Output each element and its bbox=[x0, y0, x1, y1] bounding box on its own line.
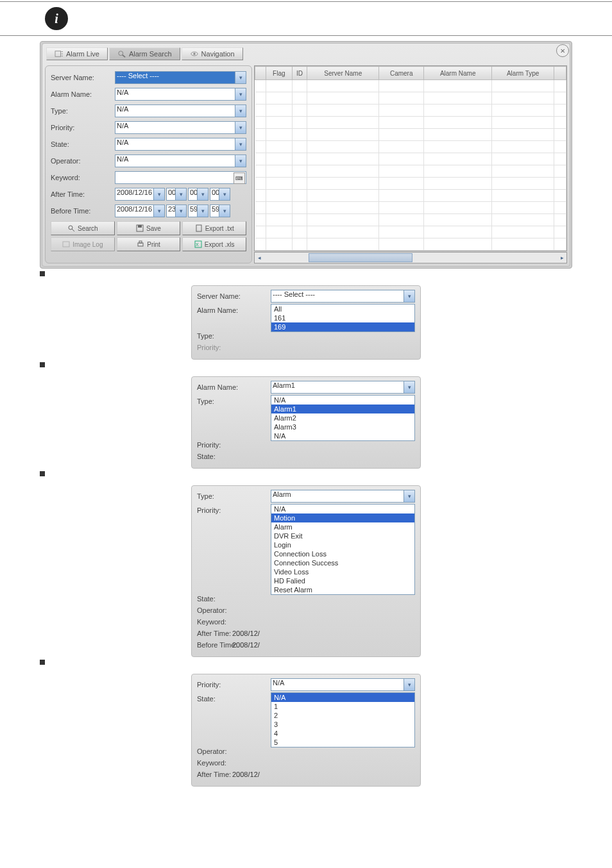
option[interactable]: Connection Loss bbox=[271, 549, 414, 558]
label-before-time: Before Time: bbox=[51, 207, 115, 215]
chevron-down-icon: ▾ bbox=[235, 88, 246, 100]
col-id[interactable]: ID bbox=[292, 67, 307, 80]
export-xls-button[interactable]: XExport .xls bbox=[182, 237, 246, 251]
option[interactable]: 1 bbox=[271, 702, 414, 711]
option[interactable]: Connection Success bbox=[271, 558, 414, 567]
table-row bbox=[255, 214, 566, 226]
option[interactable]: 5 bbox=[271, 738, 414, 747]
option[interactable]: Alarm1 bbox=[271, 405, 414, 413]
col-server-name[interactable]: Server Name bbox=[307, 67, 379, 80]
option-all[interactable]: All bbox=[271, 305, 414, 313]
svg-line-9 bbox=[72, 229, 74, 231]
col-camera[interactable]: Camera bbox=[379, 67, 424, 80]
option[interactable]: Reset Alarm bbox=[271, 585, 414, 594]
label-state: State: bbox=[51, 140, 115, 148]
operator-select[interactable]: N/A▾ bbox=[115, 154, 246, 167]
col-alarm-type[interactable]: Alarm Type bbox=[492, 67, 554, 80]
server-name-select[interactable]: ---- Select ----▾ bbox=[271, 290, 415, 303]
alarm-name-dropdown[interactable]: N/A Alarm1 Alarm2 Alarm3 N/A bbox=[271, 395, 415, 441]
chevron-down-icon: ▾ bbox=[235, 138, 246, 150]
option[interactable]: DVR Exit bbox=[271, 531, 414, 540]
priority-select[interactable]: N/A▾ bbox=[115, 121, 246, 134]
tab-label: Navigation bbox=[201, 50, 235, 58]
server-name-select[interactable]: ---- Select ----▾ bbox=[115, 71, 246, 84]
table-row bbox=[255, 129, 566, 141]
svg-line-5 bbox=[123, 55, 125, 57]
after-sec-select[interactable]: 00▾ bbox=[210, 188, 230, 201]
svg-rect-13 bbox=[63, 242, 69, 247]
type-select[interactable]: N/A▾ bbox=[115, 104, 246, 117]
option[interactable]: 2 bbox=[271, 711, 414, 720]
svg-rect-12 bbox=[196, 225, 201, 231]
option[interactable]: N/A bbox=[271, 505, 414, 513]
col-alarm-name[interactable]: Alarm Name bbox=[424, 67, 492, 80]
chevron-down-icon: ▾ bbox=[235, 122, 246, 133]
after-date-select[interactable]: 2008/12/16▾ bbox=[115, 188, 165, 201]
option[interactable]: 3 bbox=[271, 720, 414, 729]
before-min-select[interactable]: 59▾ bbox=[188, 204, 208, 217]
col-flag[interactable]: Flag bbox=[266, 67, 293, 80]
svg-rect-15 bbox=[139, 241, 142, 243]
type-select[interactable]: Alarm▾ bbox=[271, 490, 415, 503]
save-button[interactable]: Save bbox=[117, 221, 181, 235]
label-server-name: Server Name: bbox=[51, 74, 115, 81]
option-161[interactable]: 161 bbox=[271, 313, 414, 322]
before-date-select[interactable]: 2008/12/16▾ bbox=[115, 204, 165, 217]
option[interactable]: N/A bbox=[271, 431, 414, 440]
example-alarm-name: Alarm Name: Alarm1▾ Type: N/A Alarm1 Ala… bbox=[191, 376, 421, 469]
keyword-input[interactable]: ⌨ bbox=[115, 171, 246, 184]
print-button[interactable]: Print bbox=[117, 237, 181, 251]
table-row bbox=[255, 178, 566, 190]
keyboard-icon[interactable]: ⌨ bbox=[234, 172, 245, 184]
table-row bbox=[255, 117, 566, 129]
option[interactable]: HD Falied bbox=[271, 576, 414, 585]
label-operator: Operator: bbox=[51, 157, 115, 165]
results-grid[interactable]: Flag ID Server Name Camera Alarm Name Al… bbox=[254, 65, 567, 251]
search-button[interactable]: Search bbox=[51, 221, 115, 235]
option[interactable]: Alarm3 bbox=[271, 422, 414, 431]
close-button[interactable]: ✕ bbox=[556, 44, 569, 57]
scroll-thumb[interactable] bbox=[309, 253, 412, 262]
option[interactable]: 4 bbox=[271, 729, 414, 738]
export-txt-button[interactable]: Export .txt bbox=[182, 221, 246, 235]
horizontal-scrollbar[interactable]: ◂ ▸ bbox=[254, 252, 567, 263]
before-sec-select[interactable]: 59▾ bbox=[210, 204, 230, 217]
state-select[interactable]: N/A▾ bbox=[115, 138, 246, 151]
server-name-dropdown[interactable]: All 161 169 bbox=[271, 304, 415, 332]
alarm-name-select[interactable]: Alarm1▾ bbox=[271, 381, 415, 394]
table-row bbox=[255, 153, 566, 165]
svg-rect-0 bbox=[55, 51, 61, 57]
image-log-button[interactable]: Image Log bbox=[51, 237, 115, 251]
option[interactable]: Motion bbox=[271, 513, 414, 522]
alarm-search-window: ✕ Alarm Live Alarm Search Navigation Ser… bbox=[40, 41, 572, 269]
tab-alarm-live[interactable]: Alarm Live bbox=[46, 47, 108, 60]
bullet-icon bbox=[40, 471, 45, 476]
example-type: Type: Alarm▾ Priority: N/A Motion Alarm … bbox=[191, 485, 421, 657]
priority-select[interactable]: N/A▾ bbox=[271, 678, 415, 691]
after-min-select[interactable]: 00▾ bbox=[188, 188, 208, 201]
option[interactable]: Video Loss bbox=[271, 567, 414, 576]
option-169[interactable]: 169 bbox=[271, 322, 414, 331]
option[interactable]: N/A bbox=[271, 693, 414, 702]
chevron-down-icon: ▾ bbox=[235, 105, 246, 117]
example-server-name: Server Name: ---- Select ----▾ Alarm Nam… bbox=[191, 285, 421, 360]
tab-alarm-search[interactable]: Alarm Search bbox=[109, 47, 180, 60]
svg-point-4 bbox=[119, 51, 123, 56]
alarm-name-select[interactable]: N/A▾ bbox=[115, 88, 246, 101]
svg-point-7 bbox=[193, 53, 195, 54]
option[interactable]: Alarm2 bbox=[271, 413, 414, 422]
scroll-left-icon[interactable]: ◂ bbox=[255, 255, 264, 261]
type-dropdown[interactable]: N/A Motion Alarm DVR Exit Login Connecti… bbox=[271, 504, 415, 595]
option[interactable]: Alarm bbox=[271, 522, 414, 531]
label-alarm-name: Alarm Name: bbox=[51, 90, 115, 98]
priority-dropdown[interactable]: N/A 1 2 3 4 5 bbox=[271, 692, 415, 747]
option[interactable]: N/A bbox=[271, 396, 414, 405]
bullet-icon bbox=[40, 660, 45, 665]
option[interactable]: Login bbox=[271, 540, 414, 549]
after-hour-select[interactable]: 00▾ bbox=[166, 188, 187, 201]
table-row bbox=[255, 104, 566, 117]
tab-navigation[interactable]: Navigation bbox=[182, 47, 243, 60]
before-hour-select[interactable]: 23▾ bbox=[166, 204, 187, 217]
scroll-right-icon[interactable]: ▸ bbox=[557, 255, 566, 261]
label-keyword: Keyword: bbox=[51, 174, 115, 181]
